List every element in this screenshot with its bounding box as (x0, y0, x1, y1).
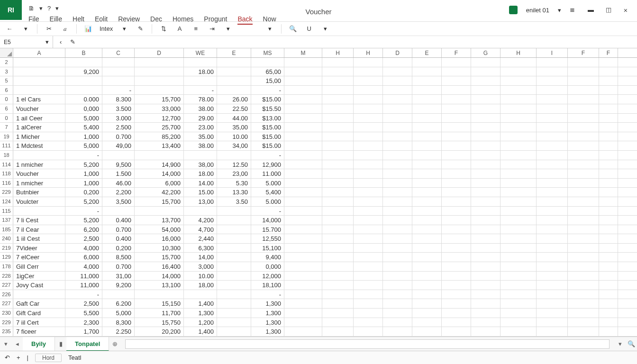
cell[interactable] (412, 179, 442, 188)
pen-icon[interactable]: ✎ (136, 24, 145, 34)
cell[interactable]: 11,000 (65, 272, 102, 281)
cell[interactable]: 1,700 (65, 327, 102, 336)
filter-icon[interactable]: 🔍 (288, 24, 298, 34)
cell[interactable] (284, 114, 322, 123)
cell[interactable]: 22.50 (217, 104, 251, 113)
font-color-icon[interactable]: A (175, 24, 184, 34)
cell[interactable] (500, 234, 537, 243)
cell[interactable] (217, 262, 251, 271)
window-close-icon[interactable]: ⨉ (624, 6, 633, 14)
cell[interactable] (568, 188, 599, 197)
status-mode[interactable]: Hord (35, 354, 62, 362)
cell[interactable] (322, 244, 354, 253)
cell[interactable] (284, 197, 322, 206)
cell[interactable] (135, 86, 184, 95)
cell[interactable] (322, 114, 354, 123)
cell[interactable] (471, 160, 500, 169)
cell[interactable] (442, 216, 471, 225)
row-header[interactable]: 0 (0, 95, 13, 104)
cell[interactable] (383, 67, 412, 76)
cell[interactable]: - (65, 290, 102, 299)
cell[interactable] (284, 290, 322, 299)
cell[interactable] (284, 262, 322, 271)
row-header[interactable]: 118 (0, 169, 13, 178)
cell[interactable]: 5,400 (65, 123, 102, 132)
cell[interactable] (537, 151, 568, 160)
cell[interactable] (102, 290, 135, 299)
cell[interactable] (568, 299, 599, 308)
cell[interactable] (284, 86, 322, 95)
cell[interactable] (383, 318, 412, 327)
cell[interactable]: 2,500 (65, 299, 102, 308)
column-header-3[interactable]: D (135, 48, 184, 57)
cell[interactable]: 35.00 (184, 132, 217, 141)
cell[interactable] (442, 67, 471, 76)
cut-icon[interactable]: ✂ (44, 24, 54, 34)
cell[interactable] (471, 225, 500, 234)
cell[interactable]: 13,400 (135, 141, 184, 150)
cell[interactable] (599, 179, 618, 188)
cell[interactable] (442, 290, 471, 299)
back-icon[interactable]: ← (5, 24, 14, 34)
cell[interactable]: 13.30 (217, 188, 251, 197)
cell[interactable] (599, 272, 618, 281)
cell[interactable] (537, 216, 568, 225)
menu-back[interactable]: Back (237, 15, 252, 25)
cell[interactable] (383, 253, 412, 262)
cell[interactable] (471, 281, 500, 290)
cell[interactable] (442, 179, 471, 188)
cell[interactable]: 9,200 (65, 67, 102, 76)
cell[interactable] (383, 197, 412, 206)
cell[interactable] (500, 244, 537, 253)
cell[interactable]: 3.50 (217, 197, 251, 206)
cell[interactable] (412, 216, 442, 225)
column-header-17[interactable]: F (599, 48, 618, 57)
save-icon[interactable]: 🗎 (28, 5, 35, 12)
cell[interactable] (322, 151, 354, 160)
cell[interactable] (13, 67, 65, 76)
cell[interactable]: 0,000 (65, 104, 102, 113)
cell[interactable] (537, 169, 568, 178)
cell[interactable]: 14,000 (135, 169, 184, 178)
menu-eolit[interactable]: Eolit (95, 15, 108, 25)
cell[interactable]: 13,00 (184, 197, 217, 206)
cell[interactable] (537, 309, 568, 318)
cell[interactable] (500, 327, 537, 336)
cell[interactable] (284, 253, 322, 262)
cell[interactable]: 5.000 (251, 179, 284, 188)
cell[interactable] (383, 216, 412, 225)
cell[interactable] (500, 141, 537, 150)
cell[interactable]: Gill Cerr (13, 262, 65, 271)
cell[interactable] (500, 76, 537, 85)
underline-icon[interactable]: U (304, 24, 314, 34)
cell[interactable] (383, 58, 412, 67)
cell[interactable]: 1 alCerer (13, 123, 65, 132)
cell[interactable] (135, 151, 184, 160)
cell[interactable]: 15,700 (135, 95, 184, 104)
cell[interactable] (500, 160, 537, 169)
cell[interactable] (284, 299, 322, 308)
cell[interactable]: 38,00 (184, 160, 217, 169)
cell[interactable] (442, 104, 471, 113)
cell[interactable] (383, 299, 412, 308)
cell[interactable] (599, 327, 618, 336)
cell[interactable]: Voucher (13, 169, 65, 178)
cell[interactable]: Butnbier (13, 188, 65, 197)
cell[interactable] (217, 299, 251, 308)
cell[interactable]: 10.00 (184, 272, 217, 281)
cell[interactable] (412, 67, 442, 76)
cell[interactable] (412, 104, 442, 113)
cell[interactable]: $15.00 (251, 132, 284, 141)
sheet-tab-0[interactable]: Byily (23, 337, 55, 351)
cell[interactable] (442, 188, 471, 197)
window-max-icon[interactable]: ◫ (606, 6, 615, 14)
row-header[interactable]: 124 (0, 197, 13, 206)
cell[interactable] (537, 160, 568, 169)
cell[interactable] (383, 262, 412, 271)
cell[interactable] (471, 216, 500, 225)
cell[interactable] (599, 309, 618, 318)
cell[interactable] (412, 207, 442, 216)
cell[interactable] (471, 262, 500, 271)
cell[interactable] (568, 179, 599, 188)
cell[interactable] (284, 318, 322, 327)
